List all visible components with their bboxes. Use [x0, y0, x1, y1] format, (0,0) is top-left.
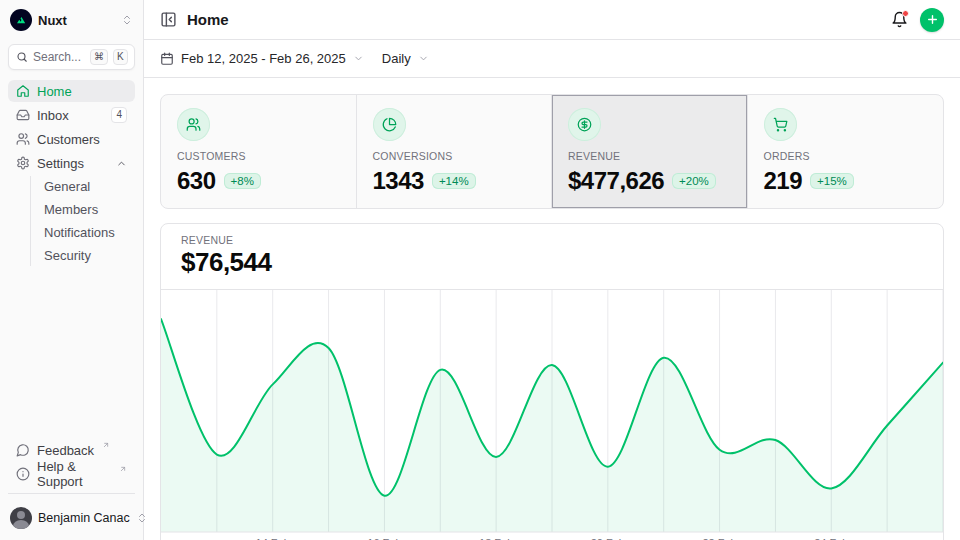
date-range-picker[interactable]: Feb 12, 2025 - Feb 26, 2025 [160, 51, 364, 66]
inbox-icon [16, 108, 30, 122]
sidebar: Nuxt ⌘ K Home Inb [0, 0, 144, 540]
search-box[interactable]: ⌘ K [8, 44, 135, 70]
chevron-down-icon [418, 53, 429, 64]
chevron-up-icon [116, 158, 127, 169]
stat-delta-badge: +15% [810, 173, 854, 189]
chevron-down-icon [353, 53, 364, 64]
sidebar-nav: Home Inbox 4 Customers Settings [0, 80, 143, 266]
stats-row: CUSTOMERS 630 +8% CONVERSIONS 1343 +14% [160, 94, 944, 209]
kbd-k: K [113, 49, 128, 65]
chart-metric-label: REVENUE [181, 234, 923, 246]
external-link-icon [102, 441, 110, 449]
shopping-cart-icon [764, 108, 797, 141]
sidebar-item-settings[interactable]: Settings [8, 152, 135, 174]
sidebar-divider [8, 493, 135, 494]
period-label: Daily [382, 51, 411, 66]
notifications-button[interactable] [891, 11, 908, 28]
filter-bar: Feb 12, 2025 - Feb 26, 2025 Daily [144, 40, 960, 78]
circle-dollar-icon [568, 108, 601, 141]
plus-icon [926, 13, 939, 26]
stat-card-customers[interactable]: CUSTOMERS 630 +8% [161, 95, 357, 208]
stat-card-revenue[interactable]: REVENUE $477,626 +20% [552, 95, 748, 208]
sidebar-item-general[interactable]: General [36, 176, 135, 197]
stat-card-conversions[interactable]: CONVERSIONS 1343 +14% [357, 95, 553, 208]
calendar-icon [160, 52, 174, 66]
date-range-label: Feb 12, 2025 - Feb 26, 2025 [181, 51, 346, 66]
panel-left-close-icon[interactable] [160, 11, 177, 28]
search-icon [16, 51, 28, 63]
stat-card-orders[interactable]: ORDERS 219 +15% [748, 95, 944, 208]
message-circle-icon [16, 443, 30, 457]
external-link-icon [119, 465, 127, 473]
main-area: Home Feb 12, 2025 - Feb 26, 2025 [144, 0, 960, 540]
stat-label: CONVERSIONS [373, 150, 536, 162]
sidebar-item-notifications[interactable]: Notifications [36, 222, 135, 243]
workspace-name: Nuxt [38, 13, 115, 28]
revenue-chart-card: REVENUE $76,544 14 Feb16 Feb18 Feb20 Feb… [160, 223, 944, 540]
gear-icon [16, 156, 30, 170]
house-icon [16, 84, 30, 98]
sidebar-item-members[interactable]: Members [36, 199, 135, 220]
stat-delta-badge: +14% [432, 173, 476, 189]
stat-value: 630 [177, 167, 216, 195]
user-name: Benjamin Canac [38, 511, 130, 525]
users-icon [16, 132, 30, 146]
info-circle-icon [16, 467, 30, 481]
avatar [10, 507, 32, 529]
chevrons-up-down-icon [121, 14, 133, 26]
help-support-label: Help & Support [37, 459, 111, 489]
stat-label: ORDERS [764, 150, 928, 162]
chart-plot-area[interactable]: 14 Feb16 Feb18 Feb20 Feb22 Feb24 Feb [161, 290, 943, 540]
stat-value: 1343 [373, 167, 424, 195]
sidebar-item-label: Settings [37, 156, 109, 171]
notification-dot [902, 10, 909, 17]
help-support-link[interactable]: Help & Support [8, 463, 135, 485]
sidebar-spacer [0, 266, 143, 439]
chart-header: REVENUE $76,544 [161, 224, 943, 290]
add-button[interactable] [920, 8, 944, 32]
sidebar-item-customers[interactable]: Customers [8, 128, 135, 150]
kbd-meta: ⌘ [90, 49, 108, 65]
nuxt-logo-icon [10, 9, 32, 31]
inbox-count-badge: 4 [111, 107, 127, 123]
search-input[interactable] [33, 50, 85, 64]
period-select[interactable]: Daily [382, 51, 429, 66]
top-header: Home [144, 0, 960, 40]
stat-delta-badge: +8% [224, 173, 261, 189]
settings-sub-items: General Members Notifications Security [30, 176, 135, 266]
app-root: Nuxt ⌘ K Home Inb [0, 0, 960, 540]
users-icon [177, 108, 210, 141]
page-title: Home [187, 11, 229, 28]
sidebar-item-home[interactable]: Home [8, 80, 135, 102]
stat-value: $477,626 [568, 167, 664, 195]
sidebar-item-label: Customers [37, 132, 127, 147]
stat-value: 219 [764, 167, 803, 195]
stat-label: REVENUE [568, 150, 731, 162]
chart-pie-icon [373, 108, 406, 141]
sidebar-footer-links: Feedback Help & Support [0, 439, 143, 498]
revenue-area-chart: 14 Feb16 Feb18 Feb20 Feb22 Feb24 Feb [161, 290, 943, 540]
content: CUSTOMERS 630 +8% CONVERSIONS 1343 +14% [144, 78, 960, 540]
sidebar-item-label: Home [37, 84, 127, 99]
workspace-switcher[interactable]: Nuxt [0, 0, 143, 38]
feedback-label: Feedback [37, 443, 94, 458]
user-menu[interactable]: Benjamin Canac [0, 498, 143, 540]
feedback-link[interactable]: Feedback [8, 439, 135, 461]
sidebar-item-security[interactable]: Security [36, 245, 135, 266]
sidebar-item-label: Inbox [37, 108, 104, 123]
chart-metric-value: $76,544 [181, 247, 923, 278]
stat-label: CUSTOMERS [177, 150, 340, 162]
stat-delta-badge: +20% [672, 173, 716, 189]
sidebar-item-inbox[interactable]: Inbox 4 [8, 104, 135, 126]
